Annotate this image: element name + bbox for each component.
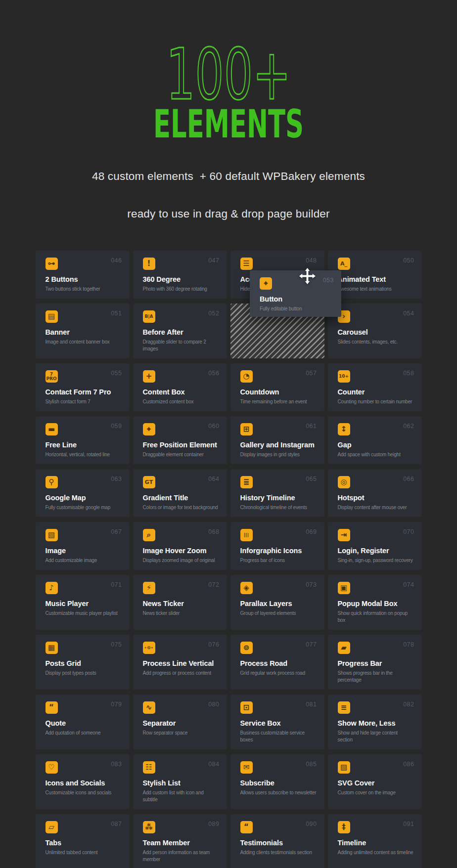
- element-icon: ✉: [240, 761, 253, 774]
- element-card[interactable]: ◈ 073 Parallax Layers Group of layered e…: [230, 575, 324, 630]
- element-desc: News ticker slider: [143, 610, 219, 617]
- element-number: 066: [403, 476, 414, 482]
- element-icon: |||: [240, 529, 253, 541]
- element-desc: Display post types posts: [46, 670, 122, 677]
- element-card[interactable]: ⊞ 061 Gallery and Instagram Display imag…: [230, 416, 324, 464]
- element-card[interactable]: ♪ 071 Music Player Customizable music pl…: [36, 575, 130, 630]
- element-icon: ▨: [338, 761, 350, 774]
- element-card[interactable]: › 054 Carousel Slides contents, images, …: [328, 304, 422, 358]
- element-desc: Show and hide large content section: [338, 730, 414, 743]
- element-number: 057: [306, 370, 317, 377]
- element-title: Contact Form 7 Pro: [46, 388, 122, 396]
- element-card[interactable]: ≣ 065 History Timeline Chronological tim…: [230, 469, 324, 517]
- element-card[interactable]: A_ 050 Animated Text Awesome text animat…: [328, 251, 422, 299]
- element-number: 071: [111, 581, 122, 588]
- element-card[interactable]: + 056 Content Box Customized content box: [133, 363, 227, 411]
- element-card[interactable]: ! 047 360 Degree Photo with 360 degree r…: [133, 251, 227, 299]
- element-desc: Add progress or process content: [143, 670, 219, 677]
- element-title: History Timeline: [240, 494, 317, 502]
- element-number: 051: [111, 310, 122, 317]
- element-card[interactable]: ⁂ 089 Team Member Add person information…: [133, 814, 227, 868]
- element-card[interactable]: ‡ 091 Timeline Adding unlimited content …: [328, 814, 422, 868]
- element-card[interactable]: ▰ 078 Progress Bar Shows progress bar in…: [328, 635, 422, 690]
- element-title: Button: [260, 295, 333, 303]
- element-number: 074: [403, 581, 414, 588]
- element-number: 047: [208, 257, 219, 264]
- element-number: 052: [208, 310, 219, 317]
- element-title: Content Box: [143, 388, 219, 396]
- element-desc: Customized content box: [143, 398, 219, 405]
- element-icon: !: [143, 258, 155, 270]
- element-title: Icons and Socials: [46, 779, 122, 787]
- element-card[interactable]: ⚡ 072 News Ticker News ticker slider: [133, 575, 227, 630]
- element-card[interactable]: ⊡ 081 Service Box Business customizable …: [230, 694, 324, 749]
- element-card[interactable]: B|A 052 Before After Draggable slider to…: [133, 304, 227, 358]
- element-card[interactable]: ⇥ 070 Login, Register Sing-in, sign-up, …: [328, 522, 422, 570]
- element-title: Before After: [143, 328, 219, 336]
- element-card[interactable]: ⌖ 060 Free Position Element Draggable el…: [133, 416, 227, 464]
- element-card[interactable]: ▨ 086 SVG Cover Custom cover on the imag…: [328, 754, 422, 809]
- element-card[interactable]: ◔ 057 Countdown Time remaining before an…: [230, 363, 324, 411]
- element-card[interactable]: ||| 069 Inforgraphic Icons Progress bar …: [230, 522, 324, 570]
- element-card[interactable]: ♡ 083 Icons and Socials Customizable ico…: [36, 754, 130, 809]
- element-title: Google Map: [46, 494, 122, 502]
- big-number-text: 100+: [166, 45, 291, 103]
- element-card[interactable]: ⚲ 063 Google Map Fully customisable goog…: [36, 469, 130, 517]
- element-card[interactable]: “ 079 Quote Add quotation of someone: [36, 694, 130, 749]
- element-number: 087: [111, 821, 122, 827]
- element-card[interactable]: ▱ 087 Tabs Unlimited tabbed content: [36, 814, 130, 868]
- element-card[interactable]: ✉ 085 Subscribe Allows users subscribe t…: [230, 754, 324, 809]
- element-number: 079: [111, 701, 122, 708]
- element-card[interactable]: 7 PRO 055 Contact Form 7 Pro Stylish con…: [36, 363, 130, 411]
- element-card[interactable]: ▬ 059 Free Line Horizontal, vertical, ro…: [36, 416, 130, 464]
- element-card[interactable]: ∿ 080 Separator Row separator space: [133, 694, 227, 749]
- element-desc: Grid regular work process road: [240, 670, 317, 677]
- element-number: 083: [111, 761, 122, 768]
- element-title: Image: [46, 547, 122, 555]
- element-title: Banner: [46, 328, 122, 336]
- element-card[interactable]: ≡ 082 Show More, Less Show and hide larg…: [328, 694, 422, 749]
- element-desc: Draggable slider to compare 2 images: [143, 339, 219, 352]
- move-cursor-icon: [299, 267, 316, 285]
- element-icon: 7 PRO: [46, 370, 58, 383]
- element-card[interactable]: ◎ 066 Hotspot Display content after mous…: [328, 469, 422, 517]
- element-card[interactable]: ▣ 074 Popup Modal Box Show quick informa…: [328, 575, 422, 630]
- subtitle-line-1: 48 custom elements + 60 default WPBakery…: [92, 170, 365, 182]
- element-number: 077: [306, 641, 317, 648]
- element-desc: Colors or image for text background: [143, 504, 219, 511]
- element-card[interactable]: 10+ 058 Counter Counting number to certa…: [328, 363, 422, 411]
- element-number: 084: [208, 761, 219, 768]
- element-card[interactable]: “ 090 Testimonials Adding clients testim…: [230, 814, 324, 868]
- element-icon: ≡: [338, 701, 350, 714]
- element-icon: ⇥: [338, 529, 350, 541]
- element-number: 089: [208, 821, 219, 827]
- element-number: 054: [403, 310, 414, 317]
- element-icon: ☷: [143, 761, 155, 774]
- element-card[interactable]: GT 064 Gradient Title Colors or image fo…: [133, 469, 227, 517]
- element-card[interactable]: ∘⊙∘ 076 Process Line Vertical Add progre…: [133, 635, 227, 690]
- element-icon: B|A: [143, 310, 155, 323]
- element-card[interactable]: ▤ 051 Banner Image and content banner bo…: [36, 304, 130, 358]
- element-title: Inforgraphic Icons: [240, 547, 317, 555]
- element-number: 046: [111, 257, 122, 264]
- element-card[interactable]: ↕ 062 Gap Add space with custom height: [328, 416, 422, 464]
- element-desc: Sing-in, sign-up, password recovery: [338, 557, 414, 564]
- element-title: Separator: [143, 719, 219, 727]
- element-card[interactable]: ☷ 084 Stylish List Add custom list with …: [133, 754, 227, 809]
- element-desc: Fully editable button: [260, 305, 333, 312]
- element-card[interactable]: ▧ 067 Image Add customizable image: [36, 522, 130, 570]
- dragged-element-card[interactable]: ⌖ 053 Button Fully editable button: [250, 270, 341, 317]
- element-title: Show More, Less: [338, 719, 414, 727]
- element-number: 080: [208, 701, 219, 708]
- element-title: Counter: [338, 388, 414, 396]
- element-desc: Shows progress bar in the percentage: [338, 670, 414, 684]
- element-card[interactable]: ⌕ 068 Image Hover Zoom Displays zoomed i…: [133, 522, 227, 570]
- element-desc: Row separator space: [143, 730, 219, 737]
- element-card[interactable]: ⊶ 046 2 Buttons Two buttons stick togeth…: [36, 251, 130, 299]
- element-desc: Draggable element container: [143, 451, 219, 458]
- element-desc: Chronological timeline of events: [240, 504, 317, 511]
- element-title: Login, Register: [338, 547, 414, 555]
- element-card[interactable]: ▦ 075 Posts Grid Display post types post…: [36, 635, 130, 690]
- element-card[interactable]: ⊚ 077 Process Road Grid regular work pro…: [230, 635, 324, 690]
- elements-word-text: ELEMENTS: [153, 103, 304, 143]
